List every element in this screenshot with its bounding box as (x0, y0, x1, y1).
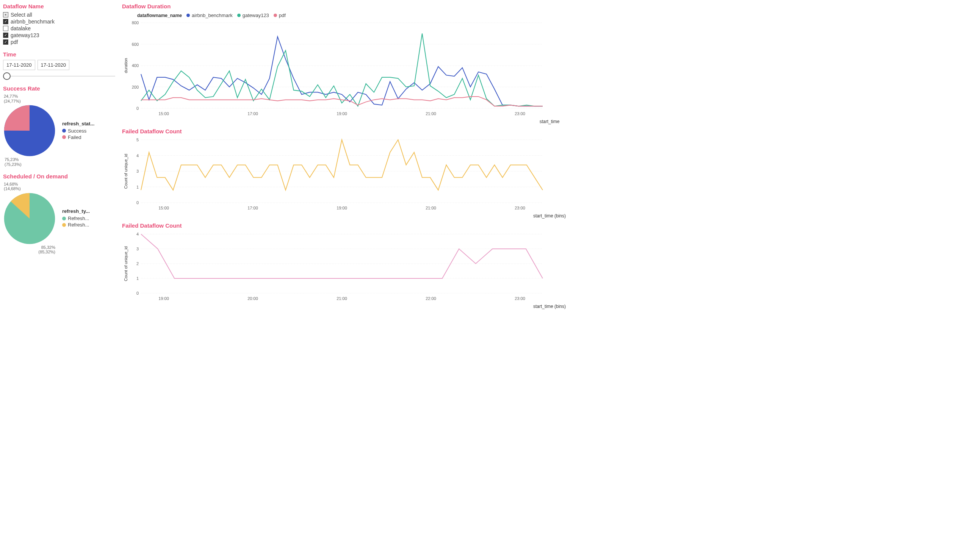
scheduled-legend: refresh_ty... Refresh... Refresh... (62, 208, 90, 229)
svg-text:duration: duration (124, 58, 128, 73)
filter-item-pdf[interactable]: pdf (3, 39, 117, 45)
sched-a-pct: 14,68% (4, 182, 56, 187)
scheduled-pie: 14,68% (14,68%) 85,32% (85,32%) (3, 182, 56, 256)
svg-text:600: 600 (132, 42, 139, 46)
svg-text:23:00: 23:00 (515, 206, 525, 210)
filter-item-datalake[interactable]: datalake (3, 25, 117, 32)
svg-text:19:00: 19:00 (158, 296, 169, 301)
filter-item-label: datalake (11, 25, 31, 32)
filter-item-select-all[interactable]: Select all (3, 12, 117, 18)
success-rate-title: Success Rate (3, 85, 117, 92)
svg-text:4: 4 (137, 232, 139, 236)
sched-a-sub: (14,68%) (4, 186, 56, 191)
svg-text:0: 0 (137, 200, 139, 205)
legend-failed[interactable]: Failed (62, 135, 94, 140)
time-slider[interactable] (3, 72, 117, 80)
filter-dataflow-name: Dataflow Name Select allairbnb_benchmark… (3, 3, 117, 46)
filter-item-label: gateway123 (11, 32, 40, 38)
duration-title: Dataflow Duration (122, 3, 977, 10)
svg-text:17:00: 17:00 (247, 111, 258, 116)
checkbox-icon[interactable] (3, 26, 8, 31)
duration-legend: dataflowname_name airbnb_benchmark gatew… (122, 12, 977, 19)
svg-text:20:00: 20:00 (247, 296, 258, 301)
failed2-title: Failed Dataflow Count (122, 222, 977, 229)
svg-text:3: 3 (137, 246, 139, 251)
scheduled-panel: Scheduled / On demand 14,68% (14,68%) 85… (3, 173, 117, 256)
checkbox-icon[interactable] (3, 12, 8, 17)
success-rate-legend: refresh_stat... Success Failed (62, 121, 94, 141)
svg-text:5: 5 (137, 138, 139, 142)
svg-text:1: 1 (137, 276, 139, 281)
svg-text:400: 400 (132, 63, 139, 68)
duration-chart-panel: Dataflow Duration dataflowname_name airb… (122, 3, 977, 124)
filter-item-label: pdf (11, 39, 18, 45)
svg-text:22:00: 22:00 (426, 296, 436, 301)
svg-text:0: 0 (137, 106, 139, 111)
sched-b-sub: (85,32%) (3, 249, 55, 254)
svg-text:15:00: 15:00 (158, 111, 169, 116)
scheduled-title: Scheduled / On demand (3, 173, 117, 180)
success-rate-pie: 24,77% (24,77%) 75,23% (75,23%) (3, 94, 56, 168)
legend-title: refresh_ty... (62, 208, 90, 214)
date-to[interactable]: 17-11-2020 (38, 60, 70, 70)
success-pct: 75,23% (5, 157, 56, 162)
failed1-title: Failed Dataflow Count (122, 128, 977, 135)
svg-text:Count of unique_id: Count of unique_id (124, 246, 128, 281)
filter-item-airbnb-benchmark[interactable]: airbnb_benchmark (3, 19, 117, 25)
failed-sub: (24,77%) (4, 99, 56, 104)
svg-text:Count of unique_id: Count of unique_id (124, 154, 128, 189)
legend-airbnb[interactable]: airbnb_benchmark (186, 13, 233, 18)
svg-text:800: 800 (132, 21, 139, 25)
svg-text:23:00: 23:00 (515, 111, 525, 116)
date-from[interactable]: 17-11-2020 (3, 60, 35, 70)
x-axis-label: start_time (bins) (122, 304, 977, 309)
legend-title: refresh_stat... (62, 121, 94, 127)
svg-text:19:00: 19:00 (337, 111, 347, 116)
legend-success[interactable]: Success (62, 128, 94, 134)
checkbox-icon[interactable] (3, 19, 8, 24)
slider-handle[interactable] (3, 72, 11, 80)
sched-b-pct: 85,32% (3, 245, 55, 250)
failed1-chart: 0134515:0017:0019:0021:0023:00Count of u… (122, 137, 546, 213)
svg-text:21:00: 21:00 (426, 206, 436, 210)
svg-text:2: 2 (137, 261, 139, 266)
svg-text:1: 1 (137, 185, 139, 189)
svg-text:4: 4 (137, 153, 139, 158)
failed-pct: 24,77% (4, 94, 56, 99)
filter-item-gateway123[interactable]: gateway123 (3, 32, 117, 38)
svg-text:17:00: 17:00 (247, 206, 258, 210)
checkbox-icon[interactable] (3, 40, 8, 45)
svg-text:15:00: 15:00 (158, 206, 169, 210)
failed2-chart: 0123419:0020:0021:0022:0023:00Count of u… (122, 231, 546, 303)
legend-pdf[interactable]: pdf (274, 13, 286, 18)
svg-text:21:00: 21:00 (426, 111, 436, 116)
legend-gateway[interactable]: gateway123 (237, 13, 269, 18)
svg-text:23:00: 23:00 (515, 296, 525, 301)
svg-text:3: 3 (137, 169, 139, 173)
filter-item-label: Select all (11, 12, 32, 18)
duration-chart: 020040060080015:0017:0019:0021:0023:00du… (122, 20, 546, 118)
svg-text:19:00: 19:00 (337, 206, 347, 210)
failed1-chart-panel: Failed Dataflow Count 0134515:0017:0019:… (122, 128, 977, 219)
filter-item-label: airbnb_benchmark (11, 19, 54, 25)
svg-text:21:00: 21:00 (337, 296, 347, 301)
failed2-chart-panel: Failed Dataflow Count 0123419:0020:0021:… (122, 222, 977, 309)
x-axis-label: start_time (bins) (122, 213, 977, 219)
success-sub: (75,23%) (5, 162, 56, 167)
checkbox-icon[interactable] (3, 33, 8, 38)
legend-refresh-a[interactable]: Refresh... (62, 216, 90, 221)
legend-refresh-b[interactable]: Refresh... (62, 222, 90, 228)
filter-time: Time 17-11-2020 17-11-2020 (3, 51, 117, 80)
legend-lead: dataflowname_name (137, 13, 182, 18)
filter-title: Dataflow Name (3, 3, 117, 10)
svg-text:200: 200 (132, 85, 139, 89)
svg-text:0: 0 (137, 291, 139, 296)
success-rate-panel: Success Rate 24,77% (24,77%) 75,23% (75,… (3, 85, 117, 168)
x-axis-label: start_time (122, 119, 977, 124)
time-title: Time (3, 51, 117, 57)
